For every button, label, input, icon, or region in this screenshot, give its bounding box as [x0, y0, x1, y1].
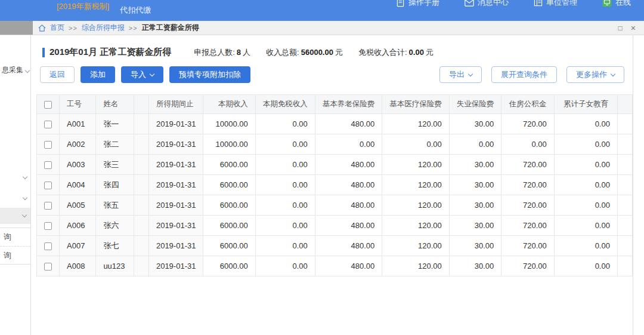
col-header-spacer: [134, 95, 148, 114]
cell-name: 张四: [96, 175, 134, 195]
sidebar-query-group: 询 询: [0, 228, 30, 265]
cell-spacer: [134, 195, 148, 216]
add-button[interactable]: 添加: [80, 66, 115, 83]
cell-emp_id: A004: [60, 175, 96, 195]
cell-pension: 480.00: [315, 236, 382, 256]
sidebar: 息采集 询 询: [0, 35, 31, 335]
cell-housing_fund: 720.00: [501, 195, 555, 216]
cell-period_end: 2019-01-31: [148, 114, 203, 134]
expand-query-button[interactable]: 展开查询条件: [491, 66, 557, 83]
cell-spacer: [134, 155, 148, 175]
chevron-down-icon: [22, 213, 27, 217]
org-management-link[interactable]: 单位管理: [534, 0, 577, 8]
row-checkbox[interactable]: [44, 161, 52, 169]
col-header-unemployment: 失业保险费: [449, 95, 501, 114]
main-panel: 2019年01月 正常工资薪金所得 申报总人数:8人 收入总额:56000.00…: [32, 35, 633, 335]
row-checkbox[interactable]: [44, 222, 52, 230]
nav-item-withholding[interactable]: 代扣代缴: [120, 5, 151, 16]
cell-income: 6000.00: [203, 155, 255, 175]
table-row: A002张二2019-01-3110000.000.000.000.000.00…: [37, 134, 633, 155]
breadcrumb-section[interactable]: 综合所得申报: [82, 23, 125, 33]
col-header-tail: [617, 95, 632, 114]
cell-emp_id: A007: [60, 236, 96, 256]
cell-check: [37, 175, 60, 195]
row-checkbox[interactable]: [44, 242, 52, 250]
cell-emp_id: A001: [60, 114, 96, 134]
breadcrumb-separator: >>: [69, 24, 78, 32]
close-icon[interactable]: ×: [631, 24, 636, 32]
select-all-header: [37, 95, 60, 114]
sidebar-item-collect[interactable]: 息采集: [2, 65, 29, 75]
cell-name: 张六: [96, 216, 134, 236]
cell-housing_fund: 720.00: [501, 175, 555, 195]
cell-unemployment: 30.00: [449, 216, 501, 236]
cell-tail: [617, 175, 632, 195]
cell-spacer: [134, 175, 148, 195]
cell-spacer: [134, 256, 148, 276]
back-button[interactable]: 返回: [40, 66, 75, 83]
table-body: A001张一2019-01-3110000.000.00480.00120.00…: [37, 114, 633, 276]
cell-check: [37, 216, 60, 236]
cell-pension: 480.00: [315, 175, 382, 195]
cell-spacer: [134, 114, 148, 134]
cell-spacer: [134, 236, 148, 256]
chevron-down-icon[interactable]: [23, 195, 27, 200]
maximize-icon[interactable]: □: [618, 24, 623, 32]
cell-tax_free_income: 0.00: [255, 155, 315, 175]
message-center-link[interactable]: 消息中心: [465, 0, 509, 8]
row-checkbox[interactable]: [44, 121, 52, 128]
col-header-tax_free_income: 本期免税收入: [255, 95, 315, 114]
page-title: 2019年01月 正常工资薪金所得: [49, 47, 171, 58]
table-row: A003张三2019-01-316000.000.00480.00120.003…: [37, 155, 633, 175]
message-icon: [465, 0, 474, 7]
cell-emp_id: A006: [60, 216, 96, 236]
cell-income: 10000.00: [203, 134, 255, 155]
cell-pension: 0.00: [315, 134, 382, 155]
table-header-row: 工号姓名所得期间止本期收入本期免税收入基本养老保险费基本医疗保险费失业保险费住房…: [37, 95, 633, 114]
cell-pension: 480.00: [315, 216, 382, 236]
cell-emp_id: A002: [60, 134, 96, 155]
col-header-medical: 基本医疗保险费: [382, 95, 450, 114]
cell-period_end: 2019-01-31: [148, 134, 203, 155]
chevron-down-icon[interactable]: [23, 174, 27, 179]
cell-medical: 120.00: [382, 195, 450, 216]
row-checkbox[interactable]: [44, 263, 52, 271]
more-actions-button[interactable]: 更多操作: [566, 66, 624, 83]
cell-housing_fund: 720.00: [501, 216, 555, 236]
tax-regime-label: [2019年新税制]: [57, 1, 109, 12]
cell-unemployment: 30.00: [449, 155, 501, 175]
select-all-checkbox[interactable]: [44, 101, 52, 109]
table-row: A006张六2019-01-316000.000.00480.00120.003…: [37, 216, 633, 236]
row-checkbox[interactable]: [44, 202, 52, 210]
cell-emp_id: A005: [60, 195, 96, 216]
table-row: A004张四2019-01-316000.000.00480.00120.003…: [37, 175, 633, 195]
sidebar-item-active[interactable]: [0, 208, 30, 224]
row-checkbox[interactable]: [44, 182, 52, 189]
cell-spacer: [134, 134, 148, 155]
sidebar-item-query-1[interactable]: 询: [0, 228, 30, 246]
toolbar: 返回 添加 导入 预填专项附加扣除 导出 展开查询条件 更多操作: [40, 66, 624, 84]
prefill-deduction-button[interactable]: 预填专项附加扣除: [169, 66, 250, 83]
export-button[interactable]: 导出: [439, 66, 482, 83]
cell-tail: [617, 216, 632, 236]
cell-pension: 480.00: [315, 195, 382, 216]
sidebar-item-query-2[interactable]: 询: [0, 246, 30, 264]
cell-housing_fund: 720.00: [501, 256, 555, 276]
cell-unemployment: 30.00: [449, 114, 501, 134]
cell-tail: [617, 114, 632, 134]
cell-pension: 480.00: [315, 114, 382, 134]
cell-tax_free_income: 0.00: [255, 195, 315, 216]
cell-tax_free_income: 0.00: [255, 256, 315, 276]
row-checkbox[interactable]: [44, 141, 52, 149]
online-status[interactable]: 在线: [602, 0, 631, 8]
home-icon[interactable]: [38, 24, 46, 32]
cell-tax_free_income: 0.00: [255, 134, 315, 155]
breadcrumb-home[interactable]: 首页: [50, 23, 64, 33]
col-header-emp_id: 工号: [60, 95, 96, 114]
manual-link[interactable]: 操作手册: [396, 0, 439, 8]
import-button[interactable]: 导入: [121, 66, 163, 83]
cell-housing_fund: 720.00: [501, 155, 555, 175]
org-icon: [534, 0, 543, 7]
cell-tax_free_income: 0.00: [255, 175, 315, 195]
cell-name: 张五: [96, 195, 134, 216]
